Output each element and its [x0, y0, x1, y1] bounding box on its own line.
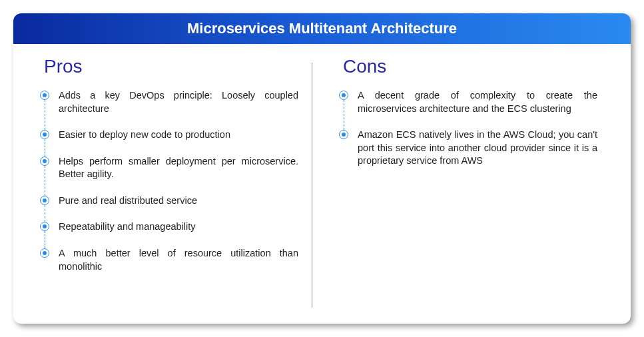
pros-title: Pros: [44, 56, 298, 77]
item-text: Adds a key DevOps principle: Loosely cou…: [59, 90, 298, 114]
list-item: Amazon ECS natively lives in the AWS Clo…: [339, 129, 597, 168]
item-text: A decent grade of complexity to create t…: [358, 90, 597, 114]
bullet-icon: [40, 222, 49, 231]
connector-line: [344, 100, 344, 130]
item-text: Repeatability and manageability: [59, 221, 196, 232]
bullet-icon: [339, 130, 348, 139]
cons-title: Cons: [343, 56, 597, 77]
connector-line: [45, 100, 45, 130]
list-item: Easier to deploy new code to production: [40, 129, 298, 142]
pros-cons-card: Microservices Multitenant Architecture P…: [13, 13, 631, 324]
bullet-icon: [40, 196, 49, 205]
item-text: Amazon ECS natively lives in the AWS Clo…: [358, 129, 597, 166]
list-item: Repeatability and manageability: [40, 220, 298, 234]
list-item: Adds a key DevOps principle: Loosely cou…: [40, 89, 298, 115]
list-item: A much better level of resource utilizat…: [40, 247, 298, 273]
bullet-icon: [40, 248, 49, 258]
card-body: Pros Adds a key DevOps principle: Loosel…: [13, 44, 631, 324]
item-text: A much better level of resource utilizat…: [59, 248, 298, 272]
connector-line: [45, 231, 45, 248]
item-text: Pure and real distributed service: [59, 195, 197, 206]
bullet-icon: [339, 91, 348, 100]
cons-list: A decent grade of complexity to create t…: [339, 89, 597, 168]
connector-line: [45, 166, 45, 196]
list-item: A decent grade of complexity to create t…: [339, 89, 597, 115]
connector-line: [45, 139, 45, 157]
pros-list: Adds a key DevOps principle: Loosely cou…: [40, 89, 298, 273]
card-header: Microservices Multitenant Architecture: [13, 13, 631, 44]
item-text: Easier to deploy new code to production: [59, 129, 230, 140]
item-text: Helps perform smaller deployment per mic…: [59, 156, 298, 180]
bullet-icon: [40, 130, 49, 139]
bullet-icon: [40, 157, 49, 166]
card-title: Microservices Multitenant Architecture: [187, 20, 457, 37]
connector-line: [45, 205, 45, 222]
cons-column: Cons A decent grade of complexity to cre…: [312, 56, 611, 308]
list-item: Helps perform smaller deployment per mic…: [40, 155, 298, 181]
bullet-icon: [40, 91, 49, 100]
list-item: Pure and real distributed service: [40, 194, 298, 208]
pros-column: Pros Adds a key DevOps principle: Loosel…: [33, 56, 312, 308]
